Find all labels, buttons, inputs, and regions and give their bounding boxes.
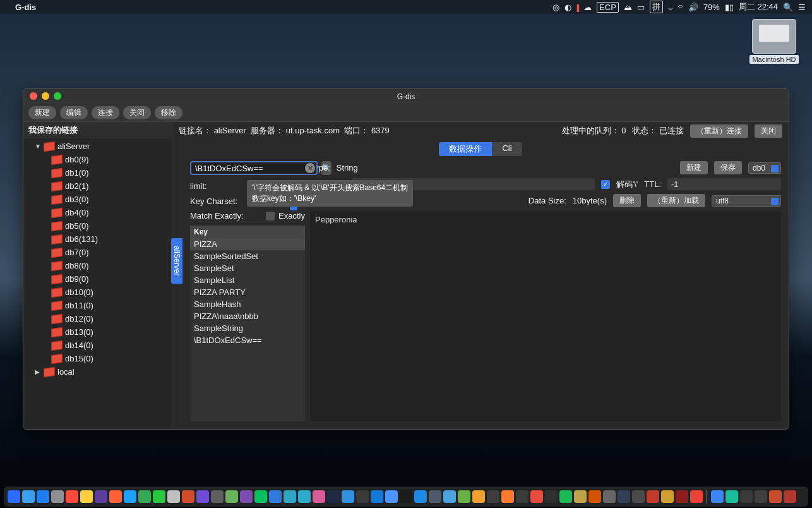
tree-db[interactable]: db6(131) (23, 233, 172, 246)
tree-server[interactable]: ▶local (23, 365, 172, 378)
key-list-item[interactable]: \B1tDOxEdCSw== (190, 334, 305, 346)
dock[interactable] (4, 487, 808, 507)
key-list-item[interactable]: SampleString (190, 322, 305, 334)
dock-app[interactable] (196, 490, 209, 503)
clock[interactable]: 周二 22:44 (739, 1, 778, 13)
dock-app[interactable] (487, 490, 499, 503)
tree-db[interactable]: db0(9) (23, 153, 172, 166)
tree-db[interactable]: db4(0) (23, 206, 172, 219)
dock-app[interactable] (676, 490, 688, 503)
tree-db[interactable]: db1(0) (23, 166, 172, 179)
desktop-hd-icon[interactable]: Macintosh HD (749, 19, 799, 64)
reconnect-button[interactable]: （重新）连接 (690, 124, 748, 138)
key-list-item[interactable]: PIZZA PARTY (190, 286, 305, 298)
dock-app[interactable] (574, 490, 587, 503)
tree-db[interactable]: db9(0) (23, 272, 172, 286)
bluetooth-icon[interactable]: ⌵ (668, 3, 673, 12)
reload-button[interactable]: （重新）加载 (647, 194, 705, 207)
dock-app[interactable] (769, 490, 782, 503)
decode-checkbox[interactable]: ✓ (601, 180, 610, 189)
menu-icon[interactable]: ☰ (798, 3, 806, 12)
dock-app[interactable] (530, 490, 543, 503)
dock-app[interactable] (109, 490, 122, 503)
wifi-icon[interactable]: ⌔ (678, 3, 683, 12)
dock-app[interactable] (66, 490, 78, 503)
dock-app[interactable] (138, 490, 151, 503)
volume-icon[interactable]: 🔊 (688, 3, 698, 12)
dock-app[interactable] (167, 490, 180, 503)
status-icon[interactable]: ◐ (564, 3, 571, 12)
tree-db[interactable]: db14(0) (23, 339, 172, 352)
encoding-select[interactable]: utf8 (712, 195, 781, 207)
dock-app[interactable] (313, 490, 325, 503)
dock-app[interactable] (618, 490, 630, 503)
spotlight-icon[interactable]: 🔍 (783, 3, 793, 12)
minimize-window-button[interactable] (42, 92, 49, 100)
dock-app[interactable] (661, 490, 674, 503)
close-window-button[interactable] (30, 92, 37, 100)
dock-app[interactable] (371, 490, 383, 503)
dock-app[interactable] (690, 490, 703, 503)
save-key-button[interactable]: 保存 (714, 161, 742, 174)
key-list-item[interactable]: PIZZA\naaa\nbbb (190, 310, 305, 322)
dock-app[interactable] (124, 490, 136, 503)
dock-app[interactable] (458, 490, 470, 503)
status-icon[interactable]: ⛰ (624, 3, 632, 12)
dock-app[interactable] (443, 490, 456, 503)
connection-tree[interactable]: ▼aliServerdb0(9)db1(0)db2(1)db3(0)db4(0)… (23, 138, 172, 429)
dock-app[interactable] (545, 490, 558, 503)
dock-app[interactable] (8, 490, 20, 503)
key-search-input[interactable] (190, 161, 318, 175)
dock-app[interactable] (603, 490, 616, 503)
dock-app[interactable] (501, 490, 514, 503)
dock-app[interactable] (559, 490, 572, 503)
dock-app[interactable] (647, 490, 659, 503)
dock-app[interactable] (153, 490, 165, 503)
tree-server[interactable]: ▼aliServer (23, 140, 172, 153)
dock-app[interactable] (472, 490, 485, 503)
dock-app[interactable] (254, 490, 267, 503)
dock-app[interactable] (225, 490, 238, 503)
dock-app[interactable] (80, 490, 93, 503)
dock-app[interactable] (284, 490, 296, 503)
dock-app[interactable] (342, 490, 354, 503)
tree-db[interactable]: db15(0) (23, 352, 172, 365)
dock-app[interactable] (400, 490, 412, 503)
key-list-item[interactable]: SampleSet (190, 262, 305, 274)
clear-search-icon[interactable]: ✕ (305, 163, 315, 173)
tree-db[interactable]: db11(0) (23, 299, 172, 312)
dock-app[interactable] (632, 490, 645, 503)
dock-app[interactable] (755, 490, 767, 503)
tree-db[interactable]: db13(0) (23, 325, 172, 339)
status-icon[interactable]: || (576, 3, 578, 12)
dock-app[interactable] (298, 490, 311, 503)
zoom-window-button[interactable] (54, 92, 61, 100)
connect-button[interactable]: 连接 (92, 106, 119, 119)
tree-db[interactable]: db10(0) (23, 286, 172, 299)
match-exact-checkbox[interactable] (266, 212, 275, 221)
dock-app[interactable] (711, 490, 724, 503)
tree-db[interactable]: db8(0) (23, 259, 172, 272)
dock-app[interactable] (588, 490, 601, 503)
close-button[interactable]: 关闭 (123, 106, 151, 119)
tree-db[interactable]: db5(0) (23, 219, 172, 233)
key-list-item[interactable]: SampleHash (190, 298, 305, 310)
ecp-icon[interactable]: ECP (597, 2, 619, 13)
tab-data[interactable]: 数据操作 (439, 142, 492, 156)
dock-app[interactable] (327, 490, 340, 503)
status-icon[interactable]: ◎ (552, 3, 559, 12)
edit-button[interactable]: 编辑 (60, 106, 88, 119)
key-list-item[interactable]: SampleList (190, 274, 305, 286)
dock-app[interactable] (182, 490, 194, 503)
input-method-icon[interactable]: 拼 (650, 1, 663, 13)
dock-app[interactable] (356, 490, 369, 503)
dock-app[interactable] (269, 490, 282, 503)
titlebar[interactable]: G-dis (23, 89, 789, 104)
dock-app[interactable] (784, 490, 796, 503)
dock-app[interactable] (51, 490, 64, 503)
dock-app[interactable] (414, 490, 427, 503)
dock-app[interactable] (429, 490, 441, 503)
new-key-button[interactable]: 新建 (680, 161, 708, 174)
dock-app[interactable] (240, 490, 253, 503)
key-list-item[interactable]: SampleSortedSet (190, 250, 305, 262)
